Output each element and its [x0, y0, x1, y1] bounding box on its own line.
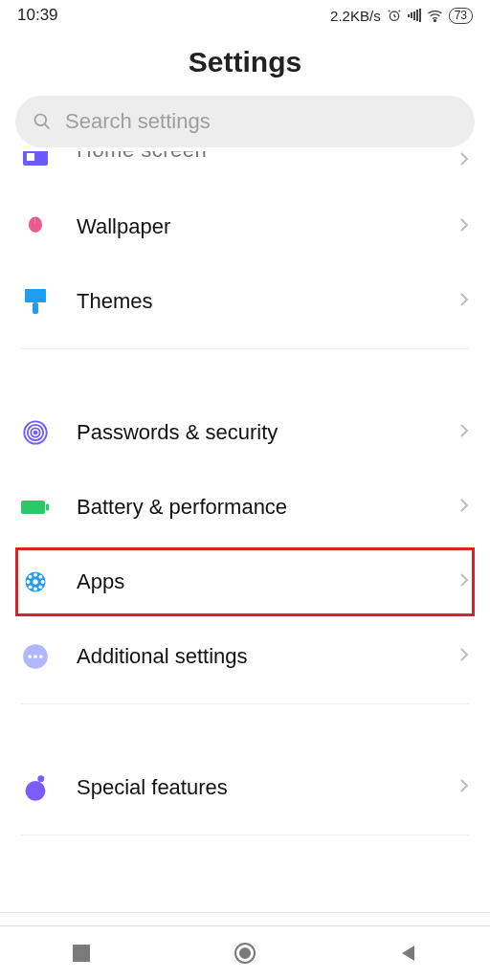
fingerprint-icon	[21, 418, 50, 447]
svg-point-20	[38, 575, 42, 579]
wallpaper-icon	[21, 212, 50, 241]
svg-point-28	[37, 775, 44, 782]
row-label: Passwords & security	[77, 420, 459, 445]
row-passwords-security[interactable]: Passwords & security	[0, 395, 490, 470]
status-right: 2.2KB/s 73	[330, 8, 473, 24]
nav-back-button[interactable]	[370, 944, 447, 963]
chevron-right-icon	[459, 423, 469, 442]
chevron-right-icon	[459, 647, 469, 666]
row-themes[interactable]: Themes	[0, 264, 490, 339]
wifi-icon	[427, 9, 443, 22]
alarm-icon	[387, 8, 402, 23]
svg-rect-4	[27, 153, 34, 161]
chevron-right-icon	[459, 778, 469, 797]
row-apps[interactable]: Apps	[0, 545, 490, 619]
chevron-right-icon	[459, 498, 469, 517]
row-additional-settings[interactable]: Additional settings	[0, 619, 490, 694]
svg-point-24	[28, 655, 32, 658]
svg-point-27	[26, 781, 46, 801]
row-label: Additional settings	[77, 644, 459, 669]
svg-point-31	[240, 948, 250, 958]
row-label: Home screen	[77, 151, 459, 163]
divider	[21, 703, 469, 704]
chevron-right-icon	[459, 217, 469, 236]
svg-rect-12	[46, 504, 49, 511]
svg-point-16	[33, 588, 37, 591]
nav-home-button[interactable]	[207, 942, 283, 965]
svg-point-25	[33, 655, 37, 658]
divider	[21, 835, 469, 835]
svg-point-2	[35, 115, 47, 126]
page-title: Settings	[0, 46, 490, 78]
status-net-speed: 2.2KB/s	[330, 8, 381, 24]
signal-icon	[408, 9, 421, 22]
svg-point-17	[26, 580, 30, 584]
themes-icon	[21, 287, 50, 316]
chevron-right-icon	[459, 151, 469, 170]
svg-point-21	[29, 585, 33, 589]
additional-settings-icon	[21, 642, 50, 671]
row-battery-performance[interactable]: Battery & performance	[0, 470, 490, 545]
row-label: Apps	[77, 569, 459, 594]
row-label: Special features	[77, 775, 459, 800]
battery-indicator: 73	[449, 8, 473, 24]
svg-point-22	[38, 585, 42, 589]
svg-point-18	[41, 580, 45, 584]
svg-rect-3	[23, 151, 48, 166]
svg-rect-29	[73, 945, 90, 962]
svg-point-15	[33, 572, 37, 576]
chevron-right-icon	[459, 572, 469, 591]
svg-rect-5	[25, 289, 46, 302]
home-screen-icon	[21, 151, 50, 172]
row-special-features[interactable]: Special features	[0, 750, 490, 825]
nav-recent-button[interactable]	[43, 945, 120, 962]
apps-icon	[21, 568, 50, 596]
row-home-screen[interactable]: Home screen	[0, 151, 490, 189]
divider	[0, 912, 490, 913]
svg-point-14	[33, 579, 37, 584]
nav-bar	[0, 925, 490, 980]
status-time: 10:39	[17, 6, 58, 25]
row-label: Wallpaper	[77, 214, 459, 239]
svg-point-26	[39, 655, 43, 658]
svg-point-10	[34, 432, 37, 434]
row-label: Themes	[77, 289, 459, 314]
row-wallpaper[interactable]: Wallpaper	[0, 189, 490, 264]
divider	[21, 348, 469, 349]
row-label: Battery & performance	[77, 495, 459, 520]
search-placeholder: Search settings	[65, 109, 211, 134]
search-input[interactable]: Search settings	[15, 96, 475, 147]
chevron-right-icon	[459, 292, 469, 311]
svg-rect-6	[33, 302, 38, 314]
svg-point-19	[29, 575, 33, 579]
special-features-icon	[21, 773, 50, 802]
svg-rect-11	[21, 501, 45, 514]
battery-icon	[21, 493, 50, 522]
svg-point-1	[434, 20, 435, 22]
search-icon	[33, 112, 52, 131]
status-bar: 10:39 2.2KB/s 73	[0, 0, 490, 25]
settings-list: Home screen Wallpaper Themes Passwords &…	[0, 151, 490, 835]
